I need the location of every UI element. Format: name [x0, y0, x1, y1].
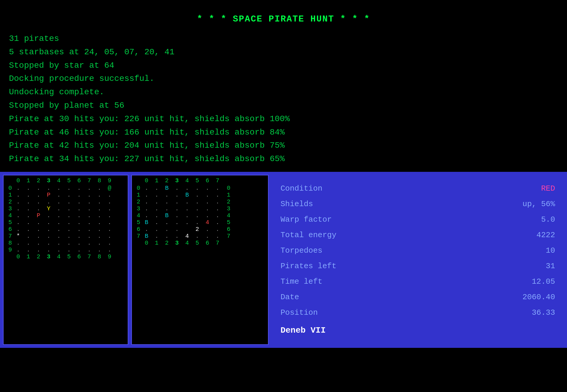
map-cell: P — [33, 212, 44, 219]
map-cell: . — [64, 205, 74, 212]
map-cell: . — [33, 246, 44, 253]
map-cell: . — [84, 212, 94, 219]
galaxy-row: 6.......... — [5, 226, 126, 233]
map-cell: . — [84, 192, 94, 198]
map-cell: . — [33, 233, 44, 240]
col-header: 4 — [54, 253, 64, 260]
col-header: 7 — [84, 253, 94, 260]
map-cell: . — [64, 198, 74, 205]
time-label: Time left — [281, 274, 322, 289]
map-cell: . — [13, 192, 23, 198]
map-cell: . — [192, 233, 202, 240]
map-cell: . — [13, 219, 23, 226]
map-cell: . — [84, 219, 94, 226]
condition-value: RED — [541, 181, 555, 196]
col-header: 2 — [162, 240, 172, 246]
map-cell: . — [202, 212, 212, 219]
map-cell: . — [202, 233, 212, 240]
map-cell: . — [33, 226, 44, 233]
map-cell: . — [94, 198, 104, 205]
row-label: 4 — [5, 212, 12, 219]
warp-label: Warp factor — [281, 212, 332, 227]
map-cell: . — [162, 219, 172, 226]
log-line: 31 pirates — [9, 32, 558, 46]
map-cell: . — [192, 185, 202, 192]
map-cell: 2 — [192, 226, 202, 233]
map-cell: P — [44, 192, 54, 198]
row-label-right: 4 — [224, 212, 230, 219]
col-header: 1 — [23, 177, 33, 184]
map-cell: . — [94, 219, 104, 226]
map-cell: . — [94, 212, 104, 219]
map-cell: 4 — [202, 219, 212, 226]
map-cell: . — [202, 198, 212, 205]
map-cell: . — [44, 226, 54, 233]
map-cell: . — [74, 212, 84, 219]
row-label-right: 6 — [224, 226, 230, 233]
col-header: 9 — [104, 253, 115, 260]
map-cell: . — [152, 192, 162, 198]
log-line: Docking procedure successful. — [9, 72, 558, 86]
map-cell: . — [13, 240, 23, 246]
map-cell: . — [64, 226, 74, 233]
date-label: Date — [281, 289, 299, 305]
col-header: 2 — [33, 253, 44, 260]
row-label: 1 — [134, 192, 140, 198]
col-header: 4 — [182, 240, 192, 246]
map-cell: . — [192, 205, 202, 212]
warp-row: Warp factor 5.0 — [281, 212, 555, 227]
map-cell: . — [54, 246, 64, 253]
map-cell: . — [23, 233, 33, 240]
col-header: 5 — [192, 177, 202, 184]
sector-col-headers-top: 01234567 — [141, 177, 266, 184]
col-header: 6 — [202, 240, 212, 246]
shields-row: Shields up, 56% — [281, 196, 555, 212]
map-cell: . — [172, 192, 182, 198]
map-cell: . — [141, 205, 152, 212]
position-label: Position — [281, 305, 318, 320]
map-cell: . — [202, 226, 212, 233]
map-cell: . — [64, 212, 74, 219]
map-cell: . — [172, 212, 182, 219]
map-cell: . — [94, 185, 104, 192]
map-cell: . — [172, 205, 182, 212]
row-label: 1 — [5, 192, 12, 198]
col-header: 5 — [64, 253, 74, 260]
top-section: * * * SPACE PIRATE HUNT * * * 31 pirates… — [0, 0, 567, 172]
map-cell: . — [152, 198, 162, 205]
log-line: Stopped by star at 64 — [9, 59, 558, 72]
row-label: 9 — [5, 246, 12, 253]
row-label: 3 — [134, 205, 140, 212]
map-cell: . — [104, 212, 115, 219]
shields-label: Shields — [281, 196, 313, 212]
map-cell: . — [54, 185, 64, 192]
map-cell: . — [162, 233, 172, 240]
map-cell: . — [33, 192, 44, 198]
map-cell: . — [74, 198, 84, 205]
map-cell: . — [64, 192, 74, 198]
galaxy-row: 2.......... — [5, 198, 126, 205]
map-cell: . — [94, 240, 104, 246]
galaxy-row: 7*......... — [5, 233, 126, 240]
galaxy-row: 9.......... — [5, 246, 126, 253]
warp-value: 5.0 — [541, 212, 555, 227]
log-line: Stopped by planet at 56 — [9, 99, 558, 112]
log-section: 31 pirates5 starbases at 24, 05, 07, 20,… — [9, 32, 558, 166]
map-cell: . — [44, 240, 54, 246]
sector-row: 0..B.....0 — [134, 185, 266, 192]
pirates-label: Pirates left — [281, 258, 336, 274]
map-cell: . — [212, 198, 223, 205]
map-cell: . — [23, 226, 33, 233]
map-cell: . — [141, 185, 152, 192]
galaxy-col-headers: 0123456789 — [13, 177, 126, 184]
map-cell: . — [84, 240, 94, 246]
row-label: 0 — [134, 185, 140, 192]
map-cell: . — [94, 246, 104, 253]
map-cell: . — [74, 246, 84, 253]
map-cell: B — [162, 185, 172, 192]
position-value: 36.33 — [532, 305, 555, 320]
col-header: 7 — [212, 240, 223, 246]
map-cell: . — [44, 246, 54, 253]
map-cell: . — [84, 205, 94, 212]
row-label: 8 — [5, 240, 12, 246]
